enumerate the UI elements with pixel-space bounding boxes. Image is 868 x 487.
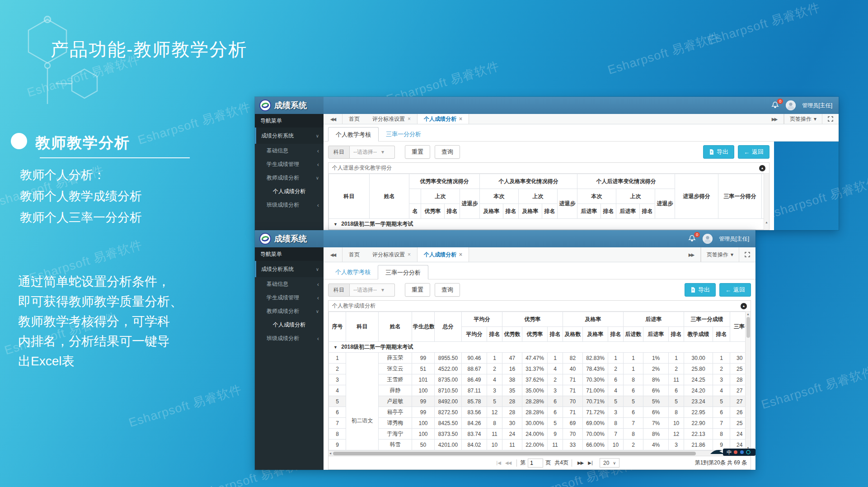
fullscreen-icon[interactable] [822, 114, 839, 124]
user-avatar[interactable] [786, 100, 796, 110]
vertical-scrollbar[interactable]: ▲ [764, 174, 769, 230]
subject-select[interactable]: --请选择-- ▾ [350, 284, 395, 297]
col-behind-count[interactable]: 后进数 [624, 327, 643, 342]
sidebar-item-teacher-scores[interactable]: 教师成绩分析 [255, 171, 324, 184]
table-row[interactable]: 9韩雪504201.0084.02101122.00%113366.00%102… [329, 440, 746, 450]
col-three-rate-score[interactable]: 三率一分得分 [718, 174, 762, 219]
notification-bell-icon[interactable]: 0 [771, 101, 779, 109]
col-excellent-rate[interactable]: 优秀率 [421, 204, 445, 219]
col-excellent-rate[interactable]: 优秀率 [522, 327, 548, 342]
sidebar-item-basic-info[interactable]: 基础信息 [255, 277, 324, 291]
scroll-left-icon[interactable]: ◂ [329, 451, 331, 455]
col-pass-rate[interactable]: 及格率 [519, 204, 542, 219]
logo-zone[interactable]: 成绩系统 [255, 97, 324, 114]
tab-scoring-standard[interactable]: 评分标准设置 × [366, 114, 417, 124]
col-behind-rate[interactable]: 后进率 [643, 327, 669, 342]
col-pass-rate[interactable]: 及格率 [583, 327, 608, 342]
scrollbar-thumb[interactable] [746, 317, 750, 338]
table-row[interactable]: 6籍亭亭998272.5083.56122828.28%67171.72%366… [329, 407, 746, 418]
col-average[interactable]: 平均分 [462, 327, 487, 342]
col-prev[interactable]: 上次 [421, 189, 460, 204]
fullscreen-icon[interactable] [739, 247, 755, 262]
table-row[interactable]: 8于海宁1008373.5083.74112424.00%97070.00%78… [329, 429, 746, 440]
horizontal-scrollbar[interactable]: ◂ ▸ [328, 450, 751, 456]
tabs-scroll-left-icon[interactable]: ◀◀ [324, 247, 343, 262]
tab-ops-button[interactable]: 页签操作 ▾ [701, 247, 739, 262]
col-total[interactable]: 总分 [435, 312, 462, 342]
collapse-panel-icon[interactable]: ▲ [741, 303, 747, 309]
sidebar-item-personal-analysis[interactable]: 个人成绩分析 [255, 318, 324, 331]
scrollbar-thumb[interactable] [333, 452, 696, 455]
export-button[interactable]: 导出 [685, 283, 716, 297]
tab-personal-score-analysis[interactable]: 个人成绩分析 × [417, 247, 469, 262]
sidebar-item-basic-info[interactable]: 基础信息 [255, 144, 324, 157]
reset-button[interactable]: 重置 [405, 145, 430, 159]
search-button[interactable]: 查询 [435, 283, 460, 297]
col-index[interactable]: 序号 [329, 312, 346, 342]
tab-personal-score-analysis[interactable]: 个人成绩分析 × [417, 114, 469, 124]
subtab-three-rate-analysis[interactable]: 三率一分分析 [379, 127, 428, 141]
subject-select[interactable]: --请选择-- ▾ [350, 146, 395, 159]
col-step[interactable]: 进退步 [460, 189, 480, 219]
sidebar-item-student-scores[interactable]: 学生成绩管理 [255, 291, 324, 304]
sidebar-item-class-analysis[interactable]: 班级成绩分析 [255, 198, 324, 212]
col-behind-rate[interactable]: 后进率 [616, 204, 640, 219]
col-students[interactable]: 学生总数 [412, 312, 435, 342]
col-step[interactable]: 进退步 [558, 189, 577, 219]
col-step[interactable]: 进退步 [655, 189, 675, 219]
tabs-scroll-left-icon[interactable]: ◀◀ [324, 114, 343, 124]
col-subject[interactable]: 科目 [329, 174, 370, 219]
col-behind-rate[interactable]: 后进率 [577, 204, 601, 219]
sidebar-item-analysis-system[interactable]: 成绩分析系统 [255, 128, 324, 144]
table-row[interactable]: 7谭秀梅1008425.5084.2683030.00%56969.00%877… [329, 418, 746, 429]
col-rank[interactable]: 排名 [669, 327, 684, 342]
col-group-three-rate[interactable]: 三率一分成绩 [684, 312, 730, 327]
sidebar-item-teacher-scores[interactable]: 教师成绩分析 [255, 304, 324, 318]
tab-scoring-standard[interactable]: 评分标准设置 × [366, 247, 417, 262]
col-pass-count[interactable]: 及格数 [563, 327, 583, 342]
export-button[interactable]: 导出 [703, 145, 734, 159]
tab-home[interactable]: 首页 [343, 114, 366, 124]
col-three-rate-cut[interactable]: 三率一分 [730, 312, 745, 342]
scroll-up-icon[interactable]: ▲ [746, 312, 751, 316]
scroll-up-icon[interactable]: ▲ [764, 221, 769, 224]
tab-close-icon[interactable]: × [408, 251, 411, 258]
user-name[interactable]: 管理员[主任] [802, 102, 832, 109]
col-rank[interactable]: 排名 [601, 204, 616, 219]
col-subject[interactable]: 科目 [346, 312, 379, 342]
tab-ops-button[interactable]: 页签操作 ▾ [784, 114, 822, 124]
col-rank[interactable]: 排名 [548, 327, 563, 342]
table-row[interactable]: 4薛静1008710.5087.1133535.00%37171.00%466%… [329, 385, 746, 396]
tab-close-icon[interactable]: × [408, 116, 411, 122]
subtab-teaching-assessment[interactable]: 个人教学考核 [328, 265, 378, 279]
table-row[interactable]: 1初二语文薛玉荣998955.5090.4614747.47%18282.83%… [329, 353, 746, 364]
col-group-average[interactable]: 平均分 [462, 312, 502, 327]
col-group-behind-change[interactable]: 个人后进率变化情况得分 [577, 174, 675, 189]
table-row[interactable]: 2张立云514522.0088.6721631.37%44078.43%212%… [329, 364, 746, 374]
tab-close-icon[interactable]: × [459, 116, 462, 122]
sidebar-item-student-scores[interactable]: 学生成绩管理 [255, 157, 324, 171]
back-button[interactable]: ← 返回 [719, 283, 751, 297]
subtab-three-rate-analysis[interactable]: 三率一分分析 [378, 265, 428, 279]
pager-next-icon[interactable]: ▶▶ [577, 460, 583, 465]
col-teaching-score[interactable]: 教学成绩 [684, 327, 713, 342]
col-group-excellent-change[interactable]: 优秀率变化情况得分 [409, 174, 480, 189]
user-avatar[interactable] [703, 234, 713, 244]
col-rank[interactable]: 排名 [503, 204, 519, 219]
group-row[interactable]: ▼ 2018级初二第一学期期末考试 [329, 219, 764, 230]
ime-toolbar[interactable]: 中 [709, 448, 756, 457]
table-row[interactable]: 3王雪娇1018735.0086.4943837.62%27170.30%688… [329, 374, 746, 385]
col-excellent-count[interactable]: 优秀数 [502, 327, 522, 342]
col-group-excellent[interactable]: 优秀率 [502, 312, 563, 327]
col-rank[interactable]: 排名 [542, 204, 558, 219]
sidebar-item-personal-analysis[interactable]: 个人成绩分析 [255, 184, 324, 198]
tab-close-icon[interactable]: × [459, 251, 462, 258]
col-rank[interactable]: 排名 [487, 327, 502, 342]
col-cut-rank[interactable]: 名 [409, 204, 421, 219]
sidebar-item-analysis-system[interactable]: 成绩分析系统 [255, 261, 324, 277]
user-name[interactable]: 管理员[主任] [719, 235, 749, 243]
table-row[interactable]: 5卢超敏998492.0085.7852828.28%67070.71%555%… [329, 396, 746, 407]
col-group-behind[interactable]: 后进率 [624, 312, 684, 327]
logo-zone[interactable]: 成绩系统 [255, 230, 324, 247]
pager-first-icon[interactable]: ∣◀ [496, 460, 501, 465]
